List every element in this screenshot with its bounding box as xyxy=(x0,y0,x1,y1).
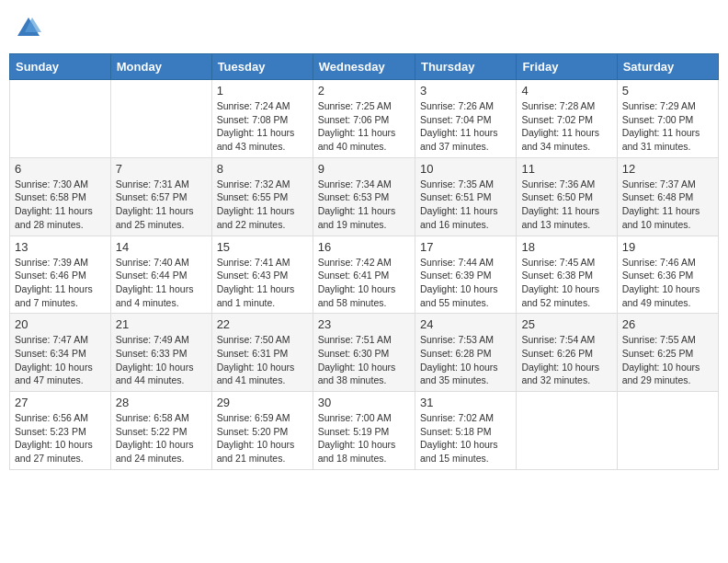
day-number: 12 xyxy=(622,162,713,176)
day-number: 5 xyxy=(622,84,713,98)
calendar-week-5: 27Sunrise: 6:56 AM Sunset: 5:23 PM Dayli… xyxy=(10,392,719,470)
cell-info: Sunrise: 7:32 AM Sunset: 6:55 PM Dayligh… xyxy=(217,178,308,232)
weekday-header-saturday: Saturday xyxy=(617,54,718,80)
weekday-header-wednesday: Wednesday xyxy=(313,54,415,80)
cell-info: Sunrise: 7:30 AM Sunset: 6:58 PM Dayligh… xyxy=(15,178,106,232)
cell-info: Sunrise: 7:37 AM Sunset: 6:48 PM Dayligh… xyxy=(622,178,713,232)
day-number: 13 xyxy=(15,240,106,254)
cell-info: Sunrise: 7:47 AM Sunset: 6:34 PM Dayligh… xyxy=(15,333,106,387)
calendar-cell: 30Sunrise: 7:00 AM Sunset: 5:19 PM Dayli… xyxy=(313,392,415,470)
calendar-week-2: 6Sunrise: 7:30 AM Sunset: 6:58 PM Daylig… xyxy=(10,157,719,236)
day-number: 14 xyxy=(116,240,207,254)
day-number: 15 xyxy=(217,240,308,254)
calendar-cell xyxy=(617,392,718,470)
calendar-body: 1Sunrise: 7:24 AM Sunset: 7:08 PM Daylig… xyxy=(10,80,719,470)
day-number: 19 xyxy=(622,240,713,254)
day-number: 25 xyxy=(521,317,611,331)
cell-info: Sunrise: 7:39 AM Sunset: 6:46 PM Dayligh… xyxy=(15,256,106,310)
cell-info: Sunrise: 6:58 AM Sunset: 5:22 PM Dayligh… xyxy=(116,411,207,465)
cell-info: Sunrise: 7:46 AM Sunset: 6:36 PM Dayligh… xyxy=(622,256,713,310)
day-number: 3 xyxy=(420,84,511,98)
day-number: 28 xyxy=(116,396,207,409)
day-number: 2 xyxy=(318,84,410,98)
calendar-cell: 21Sunrise: 7:49 AM Sunset: 6:33 PM Dayli… xyxy=(110,314,211,392)
calendar-table: SundayMondayTuesdayWednesdayThursdayFrid… xyxy=(9,53,719,470)
weekday-header-monday: Monday xyxy=(110,54,211,80)
calendar-cell: 19Sunrise: 7:46 AM Sunset: 6:36 PM Dayli… xyxy=(617,236,718,314)
cell-info: Sunrise: 7:28 AM Sunset: 7:02 PM Dayligh… xyxy=(521,99,611,154)
calendar-week-4: 20Sunrise: 7:47 AM Sunset: 6:34 PM Dayli… xyxy=(10,314,719,392)
day-number: 23 xyxy=(318,317,410,331)
calendar-cell: 17Sunrise: 7:44 AM Sunset: 6:39 PM Dayli… xyxy=(415,236,516,314)
cell-info: Sunrise: 7:24 AM Sunset: 7:08 PM Dayligh… xyxy=(217,99,308,154)
day-number: 1 xyxy=(217,84,308,98)
calendar-cell: 23Sunrise: 7:51 AM Sunset: 6:30 PM Dayli… xyxy=(313,314,415,392)
calendar-cell: 7Sunrise: 7:31 AM Sunset: 6:57 PM Daylig… xyxy=(110,157,211,236)
calendar-cell xyxy=(10,80,111,158)
day-number: 31 xyxy=(420,396,511,409)
calendar-cell: 25Sunrise: 7:54 AM Sunset: 6:26 PM Dayli… xyxy=(517,314,617,392)
cell-info: Sunrise: 7:44 AM Sunset: 6:39 PM Dayligh… xyxy=(420,256,511,310)
calendar-week-3: 13Sunrise: 7:39 AM Sunset: 6:46 PM Dayli… xyxy=(10,236,719,314)
page-header xyxy=(9,9,719,44)
calendar-week-1: 1Sunrise: 7:24 AM Sunset: 7:08 PM Daylig… xyxy=(10,80,719,158)
calendar-cell: 11Sunrise: 7:36 AM Sunset: 6:50 PM Dayli… xyxy=(517,157,617,236)
cell-info: Sunrise: 6:56 AM Sunset: 5:23 PM Dayligh… xyxy=(15,411,106,465)
cell-info: Sunrise: 7:41 AM Sunset: 6:43 PM Dayligh… xyxy=(217,256,308,310)
day-number: 8 xyxy=(217,162,308,176)
calendar-cell: 18Sunrise: 7:45 AM Sunset: 6:38 PM Dayli… xyxy=(517,236,617,314)
calendar-cell: 2Sunrise: 7:25 AM Sunset: 7:06 PM Daylig… xyxy=(313,80,415,158)
calendar-cell xyxy=(517,392,617,470)
cell-info: Sunrise: 7:34 AM Sunset: 6:53 PM Dayligh… xyxy=(318,178,410,232)
day-number: 29 xyxy=(217,396,308,409)
calendar-cell: 31Sunrise: 7:02 AM Sunset: 5:18 PM Dayli… xyxy=(415,392,516,470)
cell-info: Sunrise: 6:59 AM Sunset: 5:20 PM Dayligh… xyxy=(217,411,308,465)
day-number: 9 xyxy=(318,162,410,176)
calendar-cell: 29Sunrise: 6:59 AM Sunset: 5:20 PM Dayli… xyxy=(211,392,313,470)
day-number: 16 xyxy=(318,240,410,254)
calendar-cell: 22Sunrise: 7:50 AM Sunset: 6:31 PM Dayli… xyxy=(211,314,313,392)
calendar-cell: 27Sunrise: 6:56 AM Sunset: 5:23 PM Dayli… xyxy=(10,392,111,470)
cell-info: Sunrise: 7:25 AM Sunset: 7:06 PM Dayligh… xyxy=(318,99,410,154)
day-number: 11 xyxy=(521,162,611,176)
day-number: 26 xyxy=(622,317,713,331)
calendar-cell: 9Sunrise: 7:34 AM Sunset: 6:53 PM Daylig… xyxy=(313,157,415,236)
calendar-cell xyxy=(110,80,211,158)
day-number: 7 xyxy=(116,162,207,176)
day-number: 10 xyxy=(420,162,511,176)
day-number: 17 xyxy=(420,240,511,254)
day-number: 24 xyxy=(420,317,511,331)
weekday-header-tuesday: Tuesday xyxy=(211,54,313,80)
calendar-cell: 6Sunrise: 7:30 AM Sunset: 6:58 PM Daylig… xyxy=(10,157,111,236)
day-number: 6 xyxy=(15,162,106,176)
day-number: 4 xyxy=(521,84,611,98)
calendar-header-row: SundayMondayTuesdayWednesdayThursdayFrid… xyxy=(10,54,719,80)
cell-info: Sunrise: 7:02 AM Sunset: 5:18 PM Dayligh… xyxy=(420,411,511,465)
cell-info: Sunrise: 7:45 AM Sunset: 6:38 PM Dayligh… xyxy=(521,256,611,310)
day-number: 18 xyxy=(521,240,611,254)
calendar-cell: 15Sunrise: 7:41 AM Sunset: 6:43 PM Dayli… xyxy=(211,236,313,314)
calendar-cell: 26Sunrise: 7:55 AM Sunset: 6:25 PM Dayli… xyxy=(617,314,718,392)
day-number: 27 xyxy=(15,396,106,409)
calendar-cell: 13Sunrise: 7:39 AM Sunset: 6:46 PM Dayli… xyxy=(10,236,111,314)
weekday-header-thursday: Thursday xyxy=(415,54,516,80)
calendar-cell: 8Sunrise: 7:32 AM Sunset: 6:55 PM Daylig… xyxy=(211,157,313,236)
logo xyxy=(14,14,41,44)
cell-info: Sunrise: 7:55 AM Sunset: 6:25 PM Dayligh… xyxy=(622,333,713,387)
calendar-cell: 12Sunrise: 7:37 AM Sunset: 6:48 PM Dayli… xyxy=(617,157,718,236)
calendar-cell: 24Sunrise: 7:53 AM Sunset: 6:28 PM Dayli… xyxy=(415,314,516,392)
calendar-cell: 5Sunrise: 7:29 AM Sunset: 7:00 PM Daylig… xyxy=(617,80,718,158)
calendar-cell: 14Sunrise: 7:40 AM Sunset: 6:44 PM Dayli… xyxy=(110,236,211,314)
cell-info: Sunrise: 7:54 AM Sunset: 6:26 PM Dayligh… xyxy=(521,333,611,387)
cell-info: Sunrise: 7:51 AM Sunset: 6:30 PM Dayligh… xyxy=(318,333,410,387)
cell-info: Sunrise: 7:50 AM Sunset: 6:31 PM Dayligh… xyxy=(217,333,308,387)
calendar-cell: 28Sunrise: 6:58 AM Sunset: 5:22 PM Dayli… xyxy=(110,392,211,470)
cell-info: Sunrise: 7:31 AM Sunset: 6:57 PM Dayligh… xyxy=(116,178,207,232)
cell-info: Sunrise: 7:36 AM Sunset: 6:50 PM Dayligh… xyxy=(521,178,611,232)
calendar-cell: 4Sunrise: 7:28 AM Sunset: 7:02 PM Daylig… xyxy=(517,80,617,158)
cell-info: Sunrise: 7:42 AM Sunset: 6:41 PM Dayligh… xyxy=(318,256,410,310)
weekday-header-friday: Friday xyxy=(517,54,617,80)
cell-info: Sunrise: 7:35 AM Sunset: 6:51 PM Dayligh… xyxy=(420,178,511,232)
calendar-cell: 1Sunrise: 7:24 AM Sunset: 7:08 PM Daylig… xyxy=(211,80,313,158)
calendar-cell: 20Sunrise: 7:47 AM Sunset: 6:34 PM Dayli… xyxy=(10,314,111,392)
